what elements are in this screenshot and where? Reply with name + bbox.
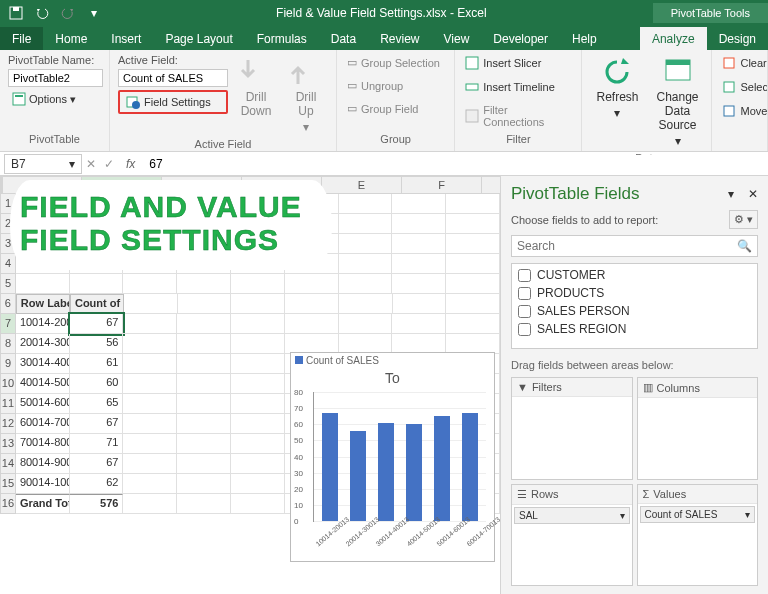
cell[interactable] [178,294,232,314]
area-columns[interactable]: ▥Columns [637,377,759,480]
cell[interactable] [177,274,231,294]
col-header-F[interactable]: F [402,176,482,194]
cell[interactable]: 67 [70,314,124,334]
cell[interactable]: 62 [70,474,124,494]
tab-page-layout[interactable]: Page Layout [153,27,244,50]
move-button[interactable]: Move [720,102,768,120]
worksheet[interactable]: ABCDEFGHI 123456Row Labels ▾Count of SAL… [0,176,500,594]
cell[interactable]: 40014-50013 [16,374,70,394]
field-item[interactable]: SALES PERSON [512,302,757,320]
cell[interactable] [123,474,177,494]
cell[interactable]: 50014-60013 [16,394,70,414]
cell[interactable] [123,494,177,514]
cell[interactable] [446,334,500,354]
tab-insert[interactable]: Insert [99,27,153,50]
tab-file[interactable]: File [0,27,43,50]
field-checkbox[interactable] [518,323,531,336]
tab-developer[interactable]: Developer [481,27,560,50]
cell[interactable] [177,414,231,434]
name-box[interactable]: B7▾ [4,154,82,174]
field-settings-button[interactable]: Field Settings [118,90,228,114]
row-header-8[interactable]: 8 [0,334,16,354]
tab-formulas[interactable]: Formulas [245,27,319,50]
formula-input[interactable] [143,155,768,173]
cell[interactable] [123,334,177,354]
values-drop-item[interactable]: Count of SALES▾ [640,506,756,523]
rows-drop-item[interactable]: SAL▾ [514,507,630,524]
cell[interactable] [339,314,393,334]
cell[interactable]: 56 [70,334,124,354]
tab-home[interactable]: Home [43,27,99,50]
cell[interactable] [177,434,231,454]
field-item[interactable]: SALES REGION [512,320,757,338]
cell[interactable]: Count of SALES [70,294,124,314]
enter-icon[interactable]: ✓ [100,157,118,171]
cell[interactable]: 30014-40013 [16,354,70,374]
tab-review[interactable]: Review [368,27,431,50]
cell[interactable] [446,214,500,234]
cell[interactable]: 90014-100013 [16,474,70,494]
cell[interactable] [231,494,285,514]
pane-field-list[interactable]: CUSTOMERPRODUCTSSALES PERSONSALES REGION [511,263,758,349]
pane-dropdown-icon[interactable]: ▾ [728,187,734,201]
pivot-name-input[interactable] [8,69,103,87]
cell[interactable] [123,414,177,434]
cell[interactable]: 60014-70013 [16,414,70,434]
cell[interactable] [285,334,339,354]
cell[interactable] [446,234,500,254]
insert-timeline-button[interactable]: Insert Timeline [463,78,573,96]
insert-slicer-button[interactable]: Insert Slicer [463,54,573,72]
active-field-input[interactable] [118,69,228,87]
cell[interactable]: 20014-30013 [16,334,70,354]
pane-search-input[interactable] [517,239,737,253]
select-button[interactable]: Select [720,78,768,96]
cell[interactable] [285,274,339,294]
cell[interactable] [231,374,285,394]
cell[interactable] [177,474,231,494]
cell[interactable] [446,314,500,334]
cell[interactable] [16,274,70,294]
field-item[interactable]: CUSTOMER [512,266,757,284]
cell[interactable]: Row Labels ▾ [16,294,70,314]
cell[interactable] [446,294,500,314]
qat-more-icon[interactable]: ▾ [84,3,104,23]
cell[interactable] [231,294,285,314]
cell[interactable] [339,274,393,294]
cell[interactable] [446,274,500,294]
row-header-13[interactable]: 13 [0,434,16,454]
row-header-14[interactable]: 14 [0,454,16,474]
area-filters[interactable]: ▼Filters [511,377,633,480]
tab-view[interactable]: View [432,27,482,50]
cancel-icon[interactable]: ✕ [82,157,100,171]
tab-data[interactable]: Data [319,27,368,50]
cell[interactable] [123,274,177,294]
tab-design[interactable]: Design [707,27,768,50]
cell[interactable] [392,274,446,294]
row-header-12[interactable]: 12 [0,414,16,434]
cell[interactable] [446,254,500,274]
row-header-9[interactable]: 9 [0,354,16,374]
cell[interactable] [123,314,177,334]
row-header-5[interactable]: 5 [0,274,16,294]
cell[interactable] [339,214,393,234]
row-header-16[interactable]: 16 [0,494,16,514]
cell[interactable] [446,194,500,214]
cell[interactable]: 67 [70,414,124,434]
namebox-dropdown-icon[interactable]: ▾ [69,157,75,171]
save-icon[interactable] [6,3,26,23]
cell[interactable] [231,334,285,354]
cell[interactable] [392,254,446,274]
tab-help[interactable]: Help [560,27,609,50]
cell[interactable]: 61 [70,354,124,374]
row-header-10[interactable]: 10 [0,374,16,394]
cell[interactable]: 10014-20013 [16,314,70,334]
cell[interactable] [392,214,446,234]
fx-icon[interactable]: fx [118,157,143,171]
cell[interactable] [177,334,231,354]
area-values[interactable]: ΣValues Count of SALES▾ [637,484,759,587]
area-rows[interactable]: ☰Rows SAL▾ [511,484,633,587]
cell[interactable]: Grand Total [16,494,70,514]
pane-search[interactable]: 🔍 [511,235,758,257]
cell[interactable]: 67 [70,454,124,474]
row-header-11[interactable]: 11 [0,394,16,414]
